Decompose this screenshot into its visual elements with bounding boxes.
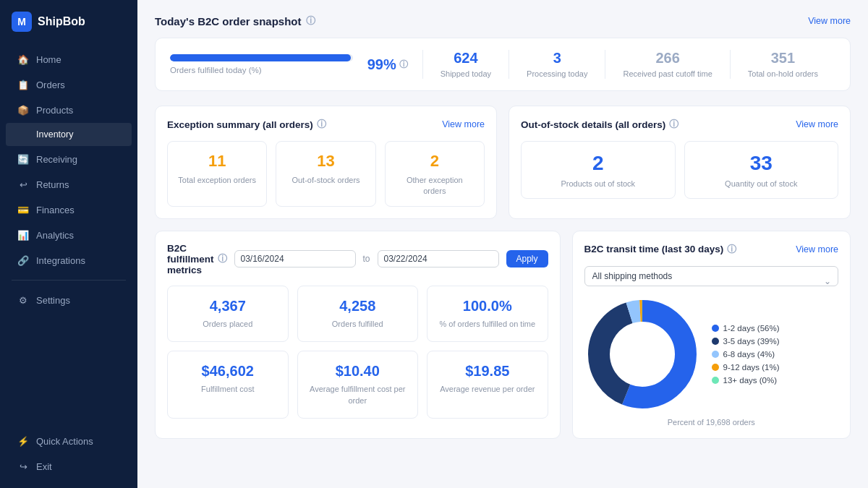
sidebar-divider (12, 280, 126, 281)
exception-cell-other: 2 Other exception orders (385, 141, 485, 207)
nav-label-home: Home (36, 54, 61, 65)
metrics-info-icon[interactable]: ⓘ (218, 252, 227, 265)
sidebar-item-returns[interactable]: ↩ Returns (6, 172, 132, 197)
metric-orders-placed-value: 4,367 (179, 298, 276, 314)
exception-other-label: Other exception orders (396, 175, 474, 196)
transit-time-card: B2C transit time (last 30 days) ⓘ View m… (572, 231, 851, 439)
metric-orders-fulfilled-value: 4,258 (310, 298, 407, 314)
progress-bar-fill (170, 54, 351, 61)
nav-label-returns: Returns (36, 179, 69, 190)
metric-avg-revenue-value: $19.85 (439, 363, 536, 380)
home-icon: 🏠 (17, 53, 29, 65)
orders-icon: 📋 (17, 79, 29, 90)
metric-orders-fulfilled-label: Orders fulfilled (310, 319, 407, 330)
exception-cell-oos: 13 Out-of-stock orders (276, 141, 375, 207)
date-from-input[interactable] (234, 250, 356, 267)
sidebar-item-receiving[interactable]: 🔄 Receiving (6, 147, 132, 171)
snapshot-header: Today's B2C order snapshot ⓘ View more (155, 14, 851, 27)
exception-total-value: 11 (178, 152, 256, 171)
transit-view-more[interactable]: View more (796, 244, 838, 254)
finances-icon: 💳 (17, 204, 29, 215)
oos-view-more[interactable]: View more (796, 119, 838, 129)
transit-legend: 1-2 days (56%) 3-5 days (39%) 6-8 days (… (712, 324, 780, 385)
date-separator: to (363, 254, 370, 264)
metric-cell-avg-cost: $10.40 Average fulfillment cost per orde… (297, 351, 419, 419)
exception-card-header: Exception summary (all orders) ⓘ View mo… (167, 118, 485, 131)
exception-other-value: 2 (396, 152, 474, 171)
legend-item-3-5: 3-5 days (39%) (712, 337, 780, 346)
returns-icon: ↩ (17, 179, 29, 190)
stat-shipped-label: Shipped today (441, 69, 491, 79)
exception-oos-label: Out-of-stock orders (286, 175, 365, 185)
oos-cell-products: 2 Products out of stock (521, 141, 676, 199)
oos-qty-value: 33 (695, 152, 828, 175)
legend-dot-3-5 (712, 338, 719, 345)
stat-processing-value: 3 (527, 50, 587, 67)
nav-label-integrations: Integrations (36, 255, 85, 266)
logo-icon: M (12, 12, 32, 32)
sidebar-item-analytics[interactable]: 📊 Analytics (6, 223, 132, 247)
oos-card-header: Out-of-stock details (all orders) ⓘ View… (521, 118, 838, 131)
legend-dot-13plus (712, 377, 719, 384)
exception-card-title: Exception summary (all orders) ⓘ (167, 118, 326, 131)
transit-card-title: B2C transit time (last 30 days) ⓘ (584, 243, 737, 256)
nav-label-receiving: Receiving (36, 154, 77, 165)
metric-fulfillment-cost-value: $46,602 (179, 363, 276, 380)
stat-processing: 3 Processing today (509, 50, 605, 79)
sidebar-item-home[interactable]: 🏠 Home (6, 47, 132, 72)
oos-products-value: 2 (532, 152, 665, 175)
stats-row: 624 Shipped today 3 Processing today 266… (422, 50, 835, 79)
oos-products-label: Products out of stock (532, 179, 665, 188)
oos-cell-qty: 33 Quantity out of stock (684, 141, 839, 199)
brand-logo[interactable]: M ShipBob (0, 0, 137, 46)
stat-shipped: 624 Shipped today (422, 50, 509, 79)
progress-info-icon[interactable]: ⓘ (399, 59, 408, 71)
sidebar-item-settings[interactable]: ⚙ Settings (6, 288, 132, 312)
oos-info-icon[interactable]: ⓘ (669, 118, 678, 131)
exception-info-icon[interactable]: ⓘ (317, 118, 326, 131)
donut-chart (584, 296, 700, 412)
stat-onhold-label: Total on-hold orders (748, 69, 818, 79)
snapshot-title: Today's B2C order snapshot ⓘ (155, 14, 315, 27)
metric-avg-revenue-label: Average revenue per order (439, 384, 536, 395)
metrics-card-title: B2C fulfillment metrics ⓘ (167, 243, 227, 275)
stat-received-value: 266 (623, 50, 712, 67)
snapshot-view-more[interactable]: View more (808, 16, 851, 26)
stat-received-past: 266 Received past cutoff time (605, 50, 729, 79)
transit-card-header: B2C transit time (last 30 days) ⓘ View m… (584, 243, 838, 256)
progress-section: Orders fulfilled today (%) 99% ⓘ 624 Shi… (155, 38, 851, 91)
sidebar-item-integrations[interactable]: 🔗 Integrations (6, 248, 132, 273)
stat-shipped-value: 624 (441, 50, 491, 67)
sidebar: M ShipBob 🏠 Home 📋 Orders 📦 Products Inv… (0, 0, 137, 488)
exception-view-more[interactable]: View more (442, 119, 485, 129)
nav-label-orders: Orders (36, 80, 65, 90)
transit-info-icon[interactable]: ⓘ (727, 243, 736, 256)
sidebar-item-finances[interactable]: 💳 Finances (6, 197, 132, 222)
sidebar-item-quick-actions[interactable]: ⚡ Quick Actions (6, 429, 132, 453)
svg-point-5 (610, 322, 674, 386)
nav-label-exit: Exit (36, 461, 52, 472)
shipping-method-select[interactable]: All shipping methods (584, 266, 838, 286)
metric-orders-placed-label: Orders placed (179, 319, 276, 330)
exception-grid: 11 Total exception orders 13 Out-of-stoc… (167, 141, 485, 207)
sidebar-item-orders[interactable]: 📋 Orders (6, 72, 132, 97)
legend-item-1-2: 1-2 days (56%) (712, 324, 780, 333)
two-col-bottom: B2C fulfillment metrics ⓘ to Apply 4,367… (155, 231, 851, 439)
exit-icon: ↪ (17, 461, 29, 472)
sidebar-item-inventory[interactable]: Inventory (6, 123, 132, 146)
legend-item-9-12: 9-12 days (1%) (712, 363, 780, 372)
sidebar-item-exit[interactable]: ↪ Exit (6, 454, 132, 479)
sidebar-nav: 🏠 Home 📋 Orders 📦 Products Inventory 🔄 R… (0, 46, 137, 419)
integrations-icon: 🔗 (17, 254, 29, 266)
two-col-top: Exception summary (all orders) ⓘ View mo… (155, 106, 851, 219)
oos-grid: 2 Products out of stock 33 Quantity out … (521, 141, 838, 199)
metric-avg-cost-value: $10.40 (310, 363, 407, 380)
apply-button[interactable]: Apply (506, 250, 548, 267)
nav-label-analytics: Analytics (36, 230, 74, 241)
main-content: Today's B2C order snapshot ⓘ View more O… (137, 0, 868, 488)
sidebar-bottom: ⚡ Quick Actions ↪ Exit (0, 419, 137, 488)
sidebar-item-products[interactable]: 📦 Products (6, 98, 132, 122)
snapshot-info-icon[interactable]: ⓘ (306, 14, 315, 27)
date-to-input[interactable] (378, 250, 499, 267)
progress-bar-track (170, 54, 353, 61)
